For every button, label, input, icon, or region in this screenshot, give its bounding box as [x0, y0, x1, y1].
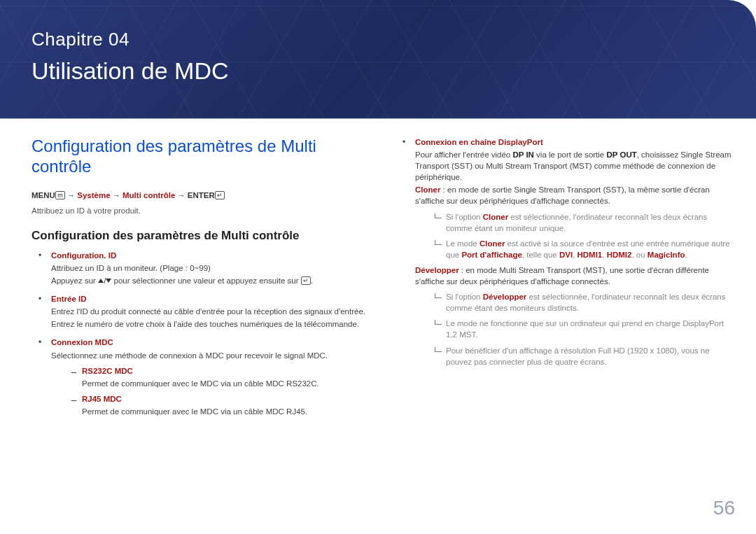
text-fragment: Si l'option — [446, 293, 483, 301]
config-id-instruction: Appuyez sur / pour sélectionner une vale… — [51, 275, 371, 286]
settings-list: Configuration. ID Attribuez un ID à un m… — [31, 250, 371, 417]
magicinfo-label: MagicInfo — [648, 251, 685, 259]
right-column: Connexion en chaîne DisplayPort Pour aff… — [396, 136, 735, 424]
section-heading: Configuration des paramètres de Multi co… — [31, 136, 371, 177]
item-title: Entrée ID — [51, 293, 371, 304]
note-max-four-screens: Pour bénéficier d'un affichage à résolut… — [415, 345, 735, 367]
cloner-description: Cloner : en mode de sortie Single Stream… — [415, 184, 735, 206]
item-body: Entrez l'ID du produit connecté au câble… — [51, 306, 371, 330]
arrow-icon: → — [113, 191, 120, 199]
left-column: Configuration des paramètres de Multi co… — [31, 136, 371, 424]
page-number: 56 — [713, 494, 735, 521]
developper-description-wrap: Développer : en mode Multi Stream Transp… — [415, 265, 735, 287]
item-title: Connexion MDC — [51, 337, 371, 348]
chapter-number: Chapitre 04 — [31, 27, 756, 52]
developper-label: Développer — [415, 266, 459, 274]
text-fragment: Appuyez sur — [51, 276, 98, 285]
note-body: Le mode ne fonctionne que sur un ordinat… — [446, 319, 724, 339]
content-columns: Configuration des paramètres de Multi co… — [31, 136, 735, 424]
note-developper-distinct: Si l'option Développer est sélectionnée,… — [415, 291, 735, 314]
menu-icon: m — [55, 191, 65, 199]
note-cloner-digital-source: Le mode Cloner est activé si la source d… — [415, 238, 735, 260]
item-configuration-id: Configuration. ID Attribuez un ID à un m… — [31, 250, 371, 286]
text-fragment: via le port de sortie — [534, 150, 607, 159]
note-body: Si l'option Développer est sélectionnée,… — [446, 293, 725, 312]
item-title: Configuration. ID — [51, 250, 371, 261]
item-body: Attribuez un ID à un moniteur. (Plage : … — [51, 262, 371, 286]
note-body: Pour bénéficier d'un affichage à résolut… — [446, 346, 710, 366]
subitem-body: Permet de communiquer avec le MDC via un… — [82, 378, 371, 389]
dvi-label: DVI — [559, 251, 573, 259]
text-fragment: Si l'option — [446, 213, 483, 221]
cloner-label: Cloner — [415, 185, 440, 194]
text-fragment: , telle que — [522, 251, 559, 259]
note-body: Si l'option Cloner est sélectionnée, l'o… — [446, 213, 707, 232]
cloner-label-inline: Cloner — [483, 213, 508, 221]
breadcrumb-system: Système — [77, 191, 110, 199]
developper-description: Développer : en mode Multi Stream Transp… — [415, 265, 735, 287]
item-dp-chain: Connexion en chaîne DisplayPort Pour aff… — [396, 136, 735, 367]
arrow-icon: → — [178, 191, 186, 199]
dp-out-label: DP OUT — [606, 150, 636, 159]
chapter-title: Utilisation de MDC — [31, 55, 756, 88]
text-fragment: pour sélectionner une valeur et appuyez … — [111, 276, 300, 285]
entree-id-line2: Entrez le numéro de votre choix à l'aide… — [51, 318, 371, 330]
subitem-body: Permet de communiquer avec le MDC via un… — [82, 406, 371, 417]
entree-id-line1: Entrez l'ID du produit connecté au câble… — [51, 306, 371, 317]
item-body: Pour afficher l'entrée vidéo DP IN via l… — [415, 149, 735, 206]
developper-label-inline: Développer — [483, 293, 527, 301]
enter-icon: ↵ — [301, 276, 311, 285]
dp-chain-intro: Pour afficher l'entrée vidéo DP IN via l… — [415, 149, 735, 183]
document-page: Chapitre 04 Utilisation de MDC Configura… — [0, 0, 756, 534]
item-body: Sélectionnez une méthode de connexion à … — [51, 350, 371, 361]
hdmi2-label: HDMI2 — [607, 251, 632, 259]
up-icon — [98, 279, 104, 283]
note-body: Le mode Cloner est activé si la source d… — [446, 239, 730, 259]
subsection-heading: Configuration des paramètres de Multi co… — [31, 227, 371, 244]
subitem-rs232c: RS232C MDC Permet de communiquer avec le… — [51, 365, 371, 389]
subitem-title: RJ45 MDC — [82, 393, 371, 405]
arrow-icon: → — [67, 191, 75, 199]
subitem-title: RS232C MDC — [82, 365, 371, 377]
text-fragment: Le mode — [446, 239, 479, 248]
item-title: Connexion en chaîne DisplayPort — [415, 136, 735, 148]
cloner-label-inline: Cloner — [479, 239, 505, 248]
config-id-range: Attribuez un ID à un moniteur. (Plage : … — [51, 262, 371, 274]
chapter-banner: Chapitre 04 Utilisation de MDC — [0, 0, 756, 119]
subitem-rj45: RJ45 MDC Permet de communiquer avec le M… — [51, 393, 371, 417]
menu-breadcrumb: MENUm → Système → Multi contrôle → ENTER… — [31, 190, 371, 201]
note-cloner-single-monitor: Si l'option Cloner est sélectionnée, l'o… — [415, 211, 735, 234]
text-fragment: Pour afficher l'entrée vidéo — [415, 150, 512, 159]
item-connexion-mdc: Connexion MDC Sélectionnez une méthode d… — [31, 337, 371, 417]
assign-id-note: Attribuez un ID à votre produit. — [31, 205, 371, 216]
text-fragment: : en mode de sortie Single Stream Transp… — [415, 185, 710, 205]
text-fragment: : en mode Multi Stream Transport (MST), … — [415, 266, 709, 286]
port-affichage-label: Port d'affichage — [461, 251, 522, 259]
dp-in-label: DP IN — [512, 150, 533, 159]
connexion-mdc-intro: Sélectionnez une méthode de connexion à … — [51, 350, 371, 361]
text-fragment: , ou — [631, 251, 647, 259]
enter-label: ENTER — [188, 191, 215, 199]
menu-label: MENU — [31, 191, 55, 199]
item-entree-id: Entrée ID Entrez l'ID du produit connect… — [31, 293, 371, 330]
enter-icon: ↵ — [215, 191, 225, 199]
breadcrumb-multicontrole: Multi contrôle — [122, 191, 175, 199]
settings-list-right: Connexion en chaîne DisplayPort Pour aff… — [396, 136, 735, 367]
note-dp12-required: Le mode ne fonctionne que sur un ordinat… — [415, 318, 735, 340]
hdmi1-label: HDMI1 — [577, 251, 602, 259]
